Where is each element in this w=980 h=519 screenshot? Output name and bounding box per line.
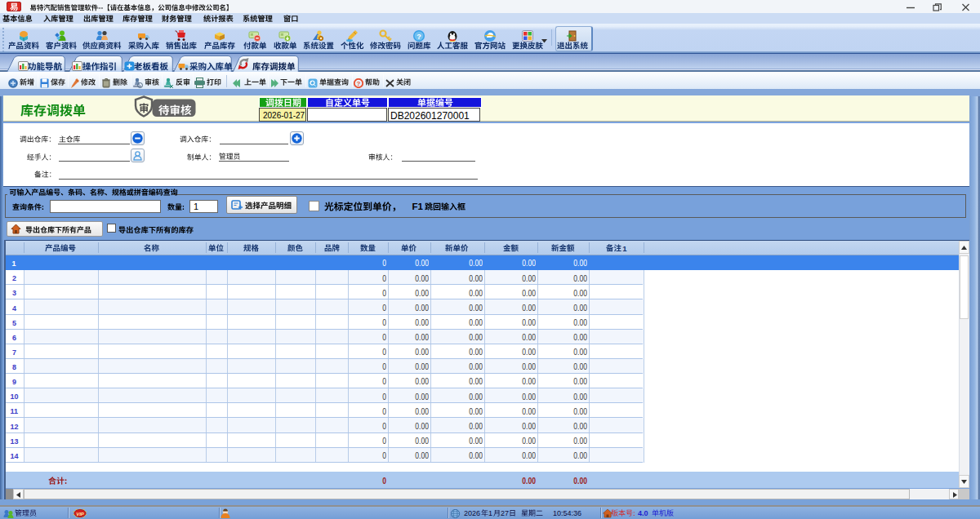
svg-text:VIP: VIP: [76, 512, 85, 517]
svg-text:?: ?: [357, 80, 361, 87]
svg-text:?: ?: [416, 33, 421, 41]
